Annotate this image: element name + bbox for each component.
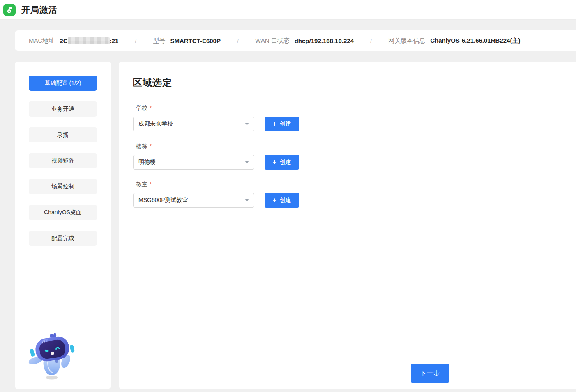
required-asterisk: * (150, 143, 152, 149)
separator: / (370, 37, 372, 44)
create-classroom-button[interactable]: + 创建 (265, 193, 299, 208)
key-icon (6, 6, 13, 14)
building-select-value: 明德楼 (138, 158, 156, 166)
create-classroom-label: 创建 (279, 197, 291, 204)
create-building-label: 创建 (279, 158, 291, 166)
mac-label: MAC地址 (29, 37, 55, 45)
sidebar-item-basic-config[interactable]: 基础配置 (1/2) (29, 76, 97, 91)
school-select[interactable]: 成都未来学校 (133, 117, 254, 131)
sidebar-item-chanlyos-desktop[interactable]: ChanlyOS桌面 (29, 205, 97, 220)
app-header: 开局激活 (0, 0, 576, 20)
create-building-button[interactable]: + 创建 (265, 155, 299, 170)
main-content-panel: 区域选定 学校* 成都未来学校 + 创建 楼栋* 明德楼 + 创建 (119, 62, 576, 389)
chevron-down-icon (245, 199, 249, 202)
section-title: 区域选定 (133, 76, 172, 89)
plus-icon: + (273, 197, 276, 204)
classroom-field: 教室* MSG600P测试教室 + 创建 (133, 181, 299, 208)
building-select[interactable]: 明德楼 (133, 155, 254, 170)
sidebar-item-recording[interactable]: 录播 (29, 127, 97, 142)
robot-mascot (26, 332, 80, 380)
next-step-button[interactable]: 下一步 (411, 364, 449, 383)
classroom-label: 教室 (136, 181, 147, 188)
chevron-down-icon (245, 161, 249, 163)
school-field: 学校* 成都未来学校 + 创建 (133, 104, 299, 131)
sidebar-item-config-complete[interactable]: 配置完成 (29, 231, 97, 246)
building-label: 楼栋 (136, 143, 147, 149)
sidebar-item-service-activation[interactable]: 业务开通 (29, 101, 97, 117)
app-logo (3, 4, 16, 16)
classroom-select[interactable]: MSG600P测试教室 (133, 193, 254, 208)
wan-status-value: dhcp/192.168.10.224 (295, 37, 354, 44)
sidebar-item-scene-control[interactable]: 场景控制 (29, 179, 97, 194)
create-school-label: 创建 (279, 120, 291, 128)
setup-steps-sidebar: 基础配置 (1/2) 业务开通 录播 视频矩阵 场景控制 ChanlyOS桌面 … (15, 62, 111, 389)
wan-status-label: WAN 口状态 (255, 37, 290, 45)
classroom-select-value: MSG600P测试教室 (138, 197, 188, 204)
create-school-button[interactable]: + 创建 (265, 117, 299, 131)
device-info-bar: MAC地址 2C:21 / 型号 SMARTCT-E600P / WAN 口状态… (15, 30, 576, 51)
model-label: 型号 (153, 37, 165, 45)
plus-icon: + (273, 121, 276, 127)
mac-redacted-block (68, 37, 110, 44)
building-field: 楼栋* 明德楼 + 创建 (133, 142, 299, 170)
mac-value: 2C:21 (60, 37, 118, 44)
school-label: 学校 (136, 105, 147, 111)
required-asterisk: * (150, 181, 152, 188)
separator: / (135, 37, 136, 44)
separator: / (237, 37, 239, 44)
page-title: 开局激活 (21, 4, 58, 16)
gateway-version-label: 网关版本信息 (388, 37, 425, 45)
school-select-value: 成都未来学校 (138, 120, 173, 128)
model-value: SMARTCT-E600P (170, 37, 221, 44)
required-asterisk: * (150, 105, 152, 111)
plus-icon: + (273, 159, 276, 165)
mascot-shadow (46, 376, 58, 380)
chevron-down-icon (245, 123, 249, 125)
gateway-version-value: ChanlyOS-6.21.66.01RB224(主) (430, 37, 520, 45)
sidebar-item-video-matrix[interactable]: 视频矩阵 (29, 153, 97, 168)
